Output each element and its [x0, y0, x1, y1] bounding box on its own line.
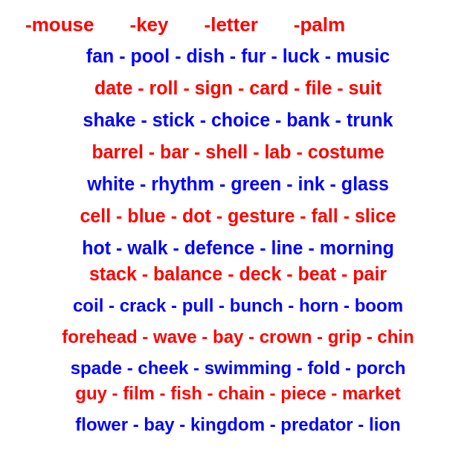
word-line: shake - stick - choice - bank - trunk	[0, 111, 476, 129]
word-line: coil - crack - pull - bunch - horn - boo…	[0, 297, 476, 315]
word-line: stack - balance - deck - beat - pair	[0, 265, 476, 283]
word-line: forehead - wave - bay - crown - grip - c…	[0, 328, 476, 346]
header-row: -mouse -key -letter -palm	[0, 13, 476, 36]
header-word: -letter	[205, 13, 258, 36]
word-line: hot - walk - defence - line - morning	[0, 239, 476, 257]
word-line: cell - blue - dot - gesture - fall - sli…	[0, 207, 476, 225]
word-line: date - roll - sign - card - file - suit	[0, 79, 476, 97]
word-line: white - rhythm - green - ink - glass	[0, 175, 476, 193]
header-word: -palm	[294, 13, 345, 36]
word-line: guy - film - fish - chain - piece - mark…	[0, 385, 476, 402]
word-line: flower - bay - kingdom - predator - lion	[0, 416, 476, 434]
word-list-container: -mouse -key -letter -palm fan - pool - d…	[0, 0, 476, 476]
word-line: fan - pool - dish - fur - luck - music	[0, 47, 476, 65]
word-line: spade - cheek - swimming - fold - porch	[0, 359, 476, 377]
header-word: -key	[129, 13, 168, 36]
header-word: -mouse	[25, 13, 94, 36]
word-line: barrel - bar - shell - lab - costume	[0, 143, 476, 161]
